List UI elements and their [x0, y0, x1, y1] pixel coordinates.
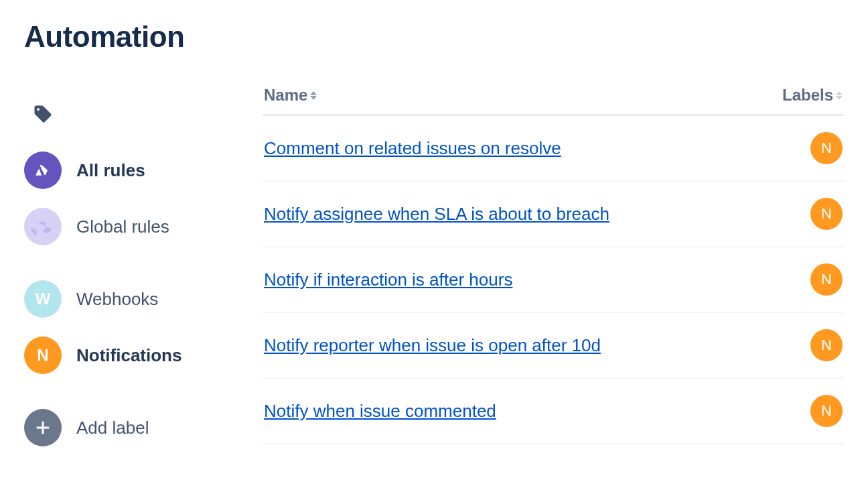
tag-icon: [24, 95, 62, 133]
label-badge[interactable]: N: [810, 329, 843, 361]
table-row: Notify when issue commented N: [263, 379, 844, 444]
label-badge[interactable]: N: [810, 263, 843, 296]
svg-point-0: [29, 213, 56, 240]
sidebar-item-label: Add label: [76, 418, 149, 438]
page-title: Automation: [24, 20, 844, 54]
atlassian-icon: [24, 152, 62, 189]
sidebar-gap: [24, 255, 225, 271]
sidebar-item-add-label[interactable]: Add label: [24, 400, 225, 456]
label-badge[interactable]: N: [810, 132, 843, 164]
label-avatar-icon: W: [24, 280, 62, 318]
column-header-label: Name: [264, 86, 307, 105]
sort-icon: [836, 91, 843, 100]
sidebar-label-filter[interactable]: [24, 86, 225, 142]
sort-icon: [310, 91, 317, 100]
sidebar: All rules Global rules W Webhooks: [24, 86, 225, 456]
sidebar-item-label: Global rules: [76, 217, 169, 237]
sidebar-item-webhooks[interactable]: W Webhooks: [24, 271, 225, 327]
sidebar-item-global-rules[interactable]: Global rules: [24, 198, 225, 255]
table-row: Notify assignee when SLA is about to bre…: [263, 182, 844, 247]
label-badge[interactable]: N: [810, 395, 843, 427]
label-badge[interactable]: N: [810, 198, 843, 230]
column-header-label: Labels: [782, 86, 833, 105]
rule-link[interactable]: Notify if interaction is after hours: [264, 269, 512, 290]
rule-link[interactable]: Notify when issue commented: [264, 401, 496, 422]
column-header-labels[interactable]: Labels: [782, 86, 843, 105]
table-row: Notify reporter when issue is open after…: [263, 313, 844, 379]
sidebar-item-all-rules[interactable]: All rules: [24, 142, 225, 198]
label-avatar-icon: N: [24, 337, 62, 374]
table-row: Notify if interaction is after hours N: [263, 247, 844, 313]
sidebar-item-notifications[interactable]: N Notifications: [24, 327, 225, 383]
rule-link[interactable]: Comment on related issues on resolve: [264, 138, 561, 159]
column-header-name[interactable]: Name: [264, 86, 317, 105]
table-row: Comment on related issues on resolve N: [263, 116, 844, 182]
rules-table: Name Labels Comment on related issues on…: [263, 86, 844, 444]
sidebar-item-label: Notifications: [76, 345, 182, 366]
plus-icon: [24, 409, 62, 446]
rule-link[interactable]: Notify assignee when SLA is about to bre…: [264, 204, 609, 225]
rule-link[interactable]: Notify reporter when issue is open after…: [264, 335, 601, 356]
sidebar-item-label: Webhooks: [76, 289, 158, 310]
sidebar-item-label: All rules: [76, 160, 145, 181]
sidebar-gap: [24, 383, 225, 400]
globe-icon: [24, 208, 62, 245]
